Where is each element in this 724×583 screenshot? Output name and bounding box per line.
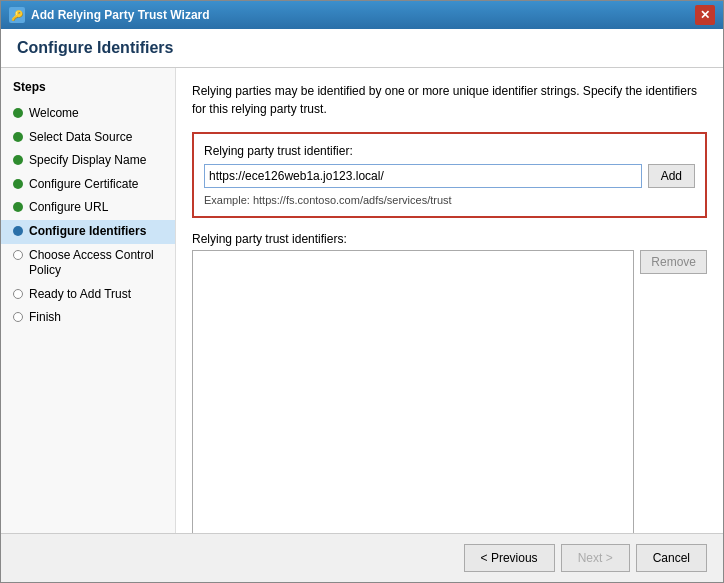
page-title: Configure Identifiers	[17, 39, 707, 57]
title-bar-text: Add Relying Party Trust Wizard	[31, 8, 210, 22]
title-bar: 🔑 Add Relying Party Trust Wizard ✕	[1, 1, 723, 29]
wizard-icon: 🔑	[9, 7, 25, 23]
next-button[interactable]: Next >	[561, 544, 630, 572]
sidebar-item-choose-access-control[interactable]: Choose Access Control Policy	[1, 244, 175, 283]
sidebar-item-finish[interactable]: Finish	[1, 306, 175, 330]
add-button[interactable]: Add	[648, 164, 695, 188]
sidebar-item-configure-identifiers[interactable]: Configure Identifiers	[1, 220, 175, 244]
page-header: Configure Identifiers	[1, 29, 723, 68]
sidebar-item-specify-display-name[interactable]: Specify Display Name	[1, 149, 175, 173]
step-label-choose-access-control: Choose Access Control Policy	[29, 248, 163, 279]
identifiers-row: Remove	[192, 250, 707, 533]
sidebar-item-select-data-source[interactable]: Select Data Source	[1, 126, 175, 150]
step-label-finish: Finish	[29, 310, 61, 326]
step-label-ready-to-add-trust: Ready to Add Trust	[29, 287, 131, 303]
step-label-configure-certificate: Configure Certificate	[29, 177, 138, 193]
step-label-welcome: Welcome	[29, 106, 79, 122]
content-area: Steps Welcome Select Data Source Specify…	[1, 68, 723, 533]
wizard-window: 🔑 Add Relying Party Trust Wizard ✕ Confi…	[0, 0, 724, 583]
footer: < Previous Next > Cancel	[1, 533, 723, 582]
step-dot-configure-identifiers	[13, 226, 23, 236]
identifier-field-label: Relying party trust identifier:	[204, 144, 695, 158]
identifier-input-row: Add	[204, 164, 695, 188]
example-text: Example: https://fs.contoso.com/adfs/ser…	[204, 194, 695, 206]
main-content: Relying parties may be identified by one…	[176, 68, 723, 533]
description-text: Relying parties may be identified by one…	[192, 82, 707, 118]
identifiers-list[interactable]	[192, 250, 634, 533]
step-dot-specify-display-name	[13, 155, 23, 165]
previous-button[interactable]: < Previous	[464, 544, 555, 572]
steps-label: Steps	[1, 80, 175, 102]
step-dot-ready-to-add-trust	[13, 289, 23, 299]
identifiers-section: Relying party trust identifiers: Remove	[192, 232, 707, 533]
step-dot-configure-url	[13, 202, 23, 212]
title-bar-left: 🔑 Add Relying Party Trust Wizard	[9, 7, 210, 23]
identifier-input[interactable]	[204, 164, 642, 188]
identifier-box: Relying party trust identifier: Add Exam…	[192, 132, 707, 218]
sidebar-item-welcome[interactable]: Welcome	[1, 102, 175, 126]
step-label-configure-identifiers: Configure Identifiers	[29, 224, 146, 240]
close-button[interactable]: ✕	[695, 5, 715, 25]
step-dot-welcome	[13, 108, 23, 118]
sidebar: Steps Welcome Select Data Source Specify…	[1, 68, 176, 533]
step-dot-finish	[13, 312, 23, 322]
sidebar-item-configure-url[interactable]: Configure URL	[1, 196, 175, 220]
step-label-specify-display-name: Specify Display Name	[29, 153, 146, 169]
cancel-button[interactable]: Cancel	[636, 544, 707, 572]
step-label-select-data-source: Select Data Source	[29, 130, 132, 146]
sidebar-item-ready-to-add-trust[interactable]: Ready to Add Trust	[1, 283, 175, 307]
step-label-configure-url: Configure URL	[29, 200, 108, 216]
step-dot-configure-certificate	[13, 179, 23, 189]
identifiers-list-label: Relying party trust identifiers:	[192, 232, 707, 246]
step-dot-choose-access-control	[13, 250, 23, 260]
remove-button[interactable]: Remove	[640, 250, 707, 274]
sidebar-item-configure-certificate[interactable]: Configure Certificate	[1, 173, 175, 197]
step-dot-select-data-source	[13, 132, 23, 142]
